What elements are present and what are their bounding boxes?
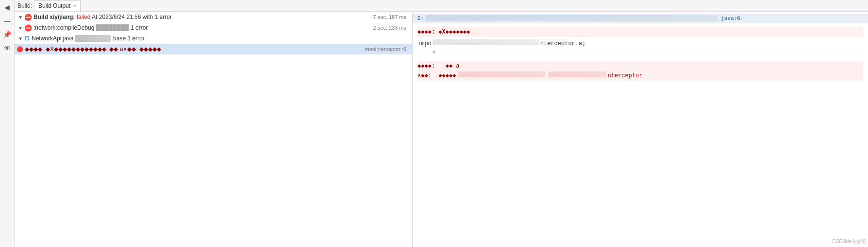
networkapi-row[interactable]: ▼ 🗒 NetworkApi.java████ base 1 error xyxy=(15,33,412,44)
error-detail-row[interactable]: 🔴 ◆◆◆◆: ◆X◆◆◆◆◆◆◆◆◆◆◆◆: ◆◆ a∧◆◆: ◆◆◆◆◆ m… xyxy=(15,44,412,54)
child3-location: moninterceptor :6 xyxy=(365,46,410,52)
code-content: ◆◆◆◆: ◆X◆◆◆◆◆◆◆ impo nterceptor.a; ^ ◆◆◆… xyxy=(413,23,868,85)
root-row-text: Build xiyijiang: failed At 2023/6/24 21:… xyxy=(33,14,172,20)
code-import-line: impo nterceptor.a; xyxy=(417,39,863,49)
code-error-line-3: ∧◆◆: ◆◆◆◆◆ nterceptor xyxy=(417,71,863,81)
code-path-start: D: xyxy=(417,15,424,21)
build-label: Build: xyxy=(17,2,32,9)
error-text-1: ◆◆◆◆: ◆X◆◆◆◆◆◆◆ xyxy=(417,27,470,37)
file-icon: 🗒 xyxy=(24,35,30,42)
pin-icon[interactable]: 📌 xyxy=(2,29,13,40)
error-suffix-3: nterceptor xyxy=(607,71,642,81)
root-status-text: failed xyxy=(77,14,91,20)
import-suffix: nterceptor.a; xyxy=(540,39,586,49)
error-label-3: ∧◆◆: ◆◆◆◆◆ xyxy=(417,71,456,81)
child1-time: 2 sec, 233 ms xyxy=(373,25,410,31)
network-compile-row[interactable]: ▼ ⛔ :network:compileDebug ████████ 1 err… xyxy=(15,22,412,33)
child3-row-text: ◆◆◆◆: ◆X◆◆◆◆◆◆◆◆◆◆◆◆: ◆◆ a∧◆◆: ◆◆◆◆◆ xyxy=(25,46,161,53)
error-blurred-1 xyxy=(458,71,545,77)
watermark: CSDNdn令分组 xyxy=(833,238,866,245)
content-area: ▼ ⛔ Build xiyijiang: failed At 2023/6/24… xyxy=(15,12,868,247)
root-expand-icon: ▼ xyxy=(17,15,24,20)
code-panel: D: java:6: ◆◆◆◆: ◆X◆◆◆◆◆◆◆ impo ntercept… xyxy=(413,12,868,247)
build-root-row[interactable]: ▼ ⛔ Build xiyijiang: failed At 2023/6/24… xyxy=(15,12,412,22)
import-blurred xyxy=(433,39,539,45)
child1-error-icon: ⛔ xyxy=(24,24,32,32)
code-header-row: D: java:6: xyxy=(413,14,868,23)
code-error-line-1: ◆◆◆◆: ◆X◆◆◆◆◆◆◆ xyxy=(417,27,863,37)
child2-suffix: base 1 error xyxy=(112,35,145,42)
caret-symbol: ^ xyxy=(432,49,435,58)
child2-expand-icon: ▼ xyxy=(17,36,24,41)
tab-bar: Build: Build Output × xyxy=(15,0,868,12)
root-time: 7 sec, 187 ms xyxy=(373,14,410,20)
root-bold-text: Build xiyijiang: xyxy=(33,14,75,20)
minus-icon[interactable]: — xyxy=(2,16,13,26)
child1-suffix: 1 error xyxy=(131,24,148,31)
main-content: Build: Build Output × ▼ ⛔ Build xiyijian… xyxy=(15,0,868,247)
tab-title: Build Output xyxy=(38,2,70,9)
child2-row-text: NetworkApi.java████ base 1 error xyxy=(32,35,145,42)
tab-close-button[interactable]: × xyxy=(73,3,76,9)
child1-row-text: :network:compileDebug ████████ 1 error xyxy=(33,24,148,31)
error-blurred-2 xyxy=(548,71,606,77)
import-prefix: impo xyxy=(417,39,432,49)
back-arrow-icon[interactable]: ◀ xyxy=(2,2,13,13)
child3-error-icon: 🔴 xyxy=(17,46,23,53)
code-caret-line: ^ xyxy=(417,49,863,58)
code-path-blurred xyxy=(426,15,717,21)
child1-expand-icon: ▼ xyxy=(17,25,24,31)
eye-icon[interactable]: 👁 xyxy=(2,43,13,53)
child2-blur: ████ xyxy=(75,35,111,42)
code-path-suffix: java:6: xyxy=(721,15,743,21)
error-label-2: ◆◆◆◆: ◆◆ a xyxy=(417,61,460,71)
child2-label: NetworkApi.java xyxy=(32,35,74,42)
root-error-icon: ⛔ xyxy=(24,14,32,21)
build-tree-panel: ▼ ⛔ Build xiyijiang: failed At 2023/6/24… xyxy=(15,12,413,247)
root-rest-text: At 2023/6/24 21:56 with 1 error xyxy=(92,14,172,20)
build-output-tab[interactable]: Build Output × xyxy=(34,0,81,11)
code-error-line-2: ◆◆◆◆: ◆◆ a xyxy=(417,61,863,71)
child1-label-blurred: ████████ xyxy=(94,24,131,31)
child3-label: ◆◆◆◆: ◆X◆◆◆◆◆◆◆◆◆◆◆◆: ◆◆ a∧◆◆: ◆◆◆◆◆ xyxy=(25,46,161,53)
child1-label: :network:compileDebug xyxy=(33,24,94,31)
sidebar: ◀ — 📌 👁 xyxy=(0,0,15,247)
